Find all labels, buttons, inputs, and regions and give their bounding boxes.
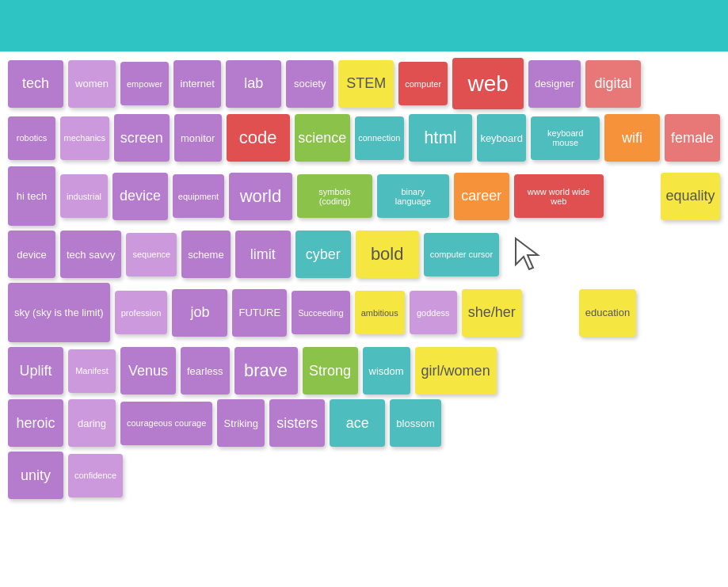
page: techwomenempowerinternetlabsocietySTEMco…	[0, 0, 728, 587]
keyword-tag[interactable]: cyber	[295, 231, 351, 278]
keyword-tag[interactable]: daring	[68, 399, 116, 447]
keyword-tag[interactable]: monitor	[174, 114, 222, 162]
keyword-tag[interactable]: industrial	[60, 174, 108, 218]
keyword-tag[interactable]: goddess	[410, 291, 457, 334]
keyword-tag[interactable]: empower	[120, 62, 169, 105]
cursor-svg	[508, 234, 547, 274]
keyword-tag[interactable]: blossom	[390, 399, 440, 447]
keyword-tag[interactable]: ace	[330, 399, 385, 447]
keyword-row-row5: sky (sky is the limit)professionjobFUTUR…	[8, 283, 720, 342]
keyword-tag[interactable]: science	[295, 114, 350, 162]
keyword-tag[interactable]: computer cursor	[424, 233, 499, 276]
keyword-tag[interactable]: female	[665, 114, 720, 162]
keyword-tag[interactable]: www world wide web	[514, 174, 604, 218]
keyword-row-row2: roboticsmechanicsscreenmonitorcodescienc…	[8, 114, 720, 162]
keyword-tag[interactable]: scheme	[181, 231, 231, 278]
keyword-tag[interactable]: FUTURE	[232, 289, 287, 337]
keyword-tag[interactable]: sequence	[126, 233, 177, 276]
keyword-tag[interactable]: heroic	[8, 399, 63, 447]
keyword-tag[interactable]: brave	[234, 347, 298, 395]
keyword-tag[interactable]: world	[229, 173, 292, 220]
keyword-tag[interactable]: courageous courage	[120, 402, 212, 445]
keyword-tag[interactable]: hi tech	[8, 166, 55, 226]
keyword-tag[interactable]: internet	[173, 60, 221, 108]
keyword-tag[interactable]: designer	[528, 60, 581, 108]
keyword-tag[interactable]: confidence	[68, 454, 123, 497]
keyword-tag[interactable]: limit	[235, 231, 291, 278]
keyword-tag[interactable]: connection	[355, 116, 404, 160]
keyword-tag[interactable]: Strong	[303, 347, 358, 395]
header	[0, 0, 728, 51]
keyword-tag[interactable]: screen	[114, 114, 170, 162]
keyword-row-row4: devicetech savvysequenceschemelimitcyber…	[8, 231, 720, 278]
keyword-tag[interactable]: bold	[356, 231, 419, 278]
keyword-tag[interactable]: Striking	[217, 399, 265, 447]
svg-marker-0	[516, 238, 538, 269]
keyword-tag[interactable]: web	[452, 58, 524, 109]
keyword-tag[interactable]: society	[286, 60, 334, 108]
keyword-tag[interactable]: device	[112, 173, 168, 220]
keyword-tag[interactable]: code	[227, 114, 290, 162]
keyword-tag[interactable]: tech savvy	[60, 231, 121, 278]
keyword-tag[interactable]: device	[8, 231, 55, 278]
keyword-tag[interactable]: html	[409, 114, 472, 162]
keyword-tag[interactable]: sisters	[269, 399, 325, 447]
keyword-tag[interactable]: symbols (coding)	[297, 174, 372, 218]
keyword-tag[interactable]: computer	[398, 62, 448, 105]
keyword-tag[interactable]: equality	[661, 173, 720, 220]
keyword-row-row8: unityconfidence	[8, 452, 720, 499]
cursor-icon	[504, 231, 551, 278]
keyword-tag[interactable]: tech	[8, 60, 63, 108]
keyword-tag[interactable]: equipment	[173, 174, 224, 218]
keyword-tag[interactable]: Uplift	[8, 347, 63, 395]
keyword-tag[interactable]: education	[579, 289, 636, 337]
keyword-tag[interactable]: Succeeding	[292, 291, 350, 334]
keyword-tag[interactable]: digital	[585, 60, 641, 108]
keyword-tag[interactable]: STEM	[338, 60, 394, 108]
keyword-tag[interactable]: keyboard mouse	[531, 116, 600, 160]
keyword-tag[interactable]: job	[172, 289, 227, 337]
keyword-tag[interactable]: mechanics	[60, 116, 109, 160]
keyword-tag[interactable]: binary language	[377, 174, 449, 218]
keyword-tag[interactable]: profession	[115, 291, 168, 334]
keyword-row-row6: UpliftManifestVenusfearlessbraveStrongwi…	[8, 347, 720, 395]
keyword-tag[interactable]: lab	[226, 60, 281, 108]
keywords-grid: techwomenempowerinternetlabsocietySTEMco…	[0, 51, 728, 510]
keyword-tag[interactable]: unity	[8, 452, 63, 499]
keyword-tag[interactable]: sky (sky is the limit)	[8, 283, 110, 342]
keyword-tag[interactable]: keyboard	[477, 114, 526, 162]
keyword-tag[interactable]: wisdom	[363, 347, 410, 395]
keyword-row-row7: heroicdaringcourageous courageStrikingsi…	[8, 399, 720, 447]
keyword-tag[interactable]: robotics	[8, 116, 55, 160]
keyword-row-row1: techwomenempowerinternetlabsocietySTEMco…	[8, 58, 720, 109]
keyword-tag[interactable]: ambitious	[355, 291, 405, 334]
keyword-tag[interactable]: fearless	[181, 347, 230, 395]
keyword-tag[interactable]: Venus	[120, 347, 176, 395]
keyword-tag[interactable]: she/her	[462, 289, 522, 337]
keyword-row-row3: hi techindustrialdeviceequipmentworldsym…	[8, 166, 720, 226]
keyword-tag[interactable]: women	[68, 60, 116, 108]
keyword-tag[interactable]: wifi	[604, 114, 660, 162]
keyword-tag[interactable]: Manifest	[68, 349, 116, 393]
keyword-tag[interactable]: career	[454, 173, 509, 220]
keyword-tag[interactable]: girl/women	[415, 347, 497, 395]
